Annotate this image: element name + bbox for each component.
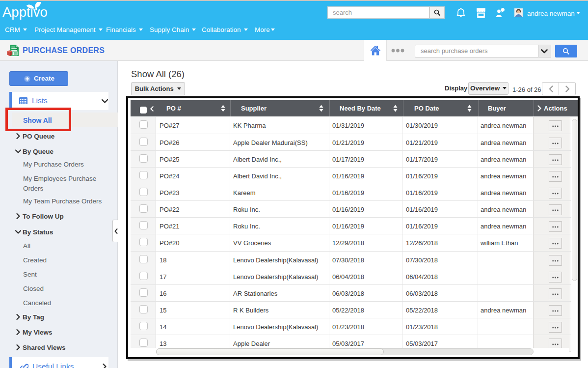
- svg-text:Apptivo: Apptivo: [2, 4, 48, 20]
